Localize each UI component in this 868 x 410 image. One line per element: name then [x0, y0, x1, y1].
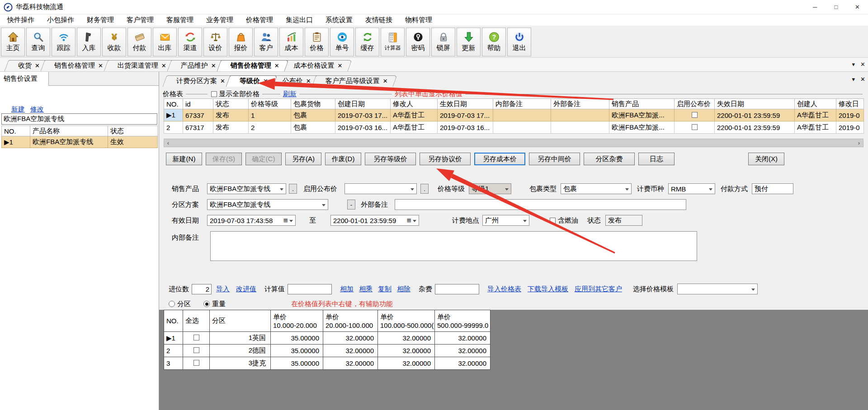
multiply-link[interactable]: 相乘: [359, 285, 373, 294]
menubar-item-2[interactable]: 小包操作: [45, 15, 76, 25]
column-header[interactable]: 单价20.000-100.000: [323, 310, 378, 332]
import-link[interactable]: 导入: [216, 285, 230, 294]
subtab-close-icon[interactable]: ✕: [860, 76, 865, 83]
column-header[interactable]: 全选: [183, 310, 210, 332]
publish-price-more-button[interactable]: .: [420, 184, 429, 194]
tab-close-icon[interactable]: ✕: [306, 78, 311, 84]
toolbar-outbound-button[interactable]: 出库: [153, 28, 177, 56]
column-header[interactable]: id: [183, 99, 213, 109]
weight-radio[interactable]: [203, 301, 210, 307]
column-header[interactable]: 销售产品: [609, 99, 675, 109]
action-button-3[interactable]: 确定(C): [245, 153, 282, 165]
price-cell[interactable]: 32.00000: [435, 345, 491, 357]
column-header[interactable]: 生效日期: [438, 99, 493, 109]
action-button-5[interactable]: 作废(D): [325, 153, 361, 165]
main-tab-6[interactable]: 成本价格设置✕: [282, 60, 350, 71]
adjust-value-link[interactable]: 改进值: [236, 285, 256, 294]
column-header[interactable]: 创建日期: [335, 99, 391, 109]
payment-method-field[interactable]: 预付: [752, 183, 793, 194]
publish-price-checkbox[interactable]: [692, 124, 698, 130]
action-button-2[interactable]: 保存(S): [206, 153, 242, 165]
misc-fee-input[interactable]: [435, 284, 479, 294]
table-row[interactable]: 33捷克35.0000032.0000032.0000032.00000: [164, 357, 491, 370]
price-cell[interactable]: 32.00000: [323, 345, 378, 357]
menubar-item-3[interactable]: 财务管理: [85, 15, 116, 25]
subtab-dropdown-icon[interactable]: ▾: [852, 76, 855, 83]
price-tab-3[interactable]: 公布价✕: [271, 75, 318, 87]
toolbar-track-button[interactable]: 跟踪: [52, 28, 75, 56]
menubar-item-8[interactable]: 集运出口: [284, 15, 315, 25]
column-header[interactable]: 内部备注: [493, 99, 551, 109]
menubar-item-5[interactable]: 客服管理: [165, 15, 195, 25]
publish-price-select[interactable]: [344, 183, 417, 194]
price-cell[interactable]: 35.00000: [271, 332, 323, 345]
column-header[interactable]: 失效日期: [715, 99, 795, 109]
action-button-11[interactable]: 日志: [638, 153, 675, 165]
action-button-7[interactable]: 另存协议价: [420, 153, 471, 165]
column-header[interactable]: 启用公布价: [675, 99, 715, 109]
toolbar-receive-payment-button[interactable]: ¥收款: [102, 28, 126, 56]
toolbar-customer-button[interactable]: 客户: [254, 28, 278, 56]
price-tab-2[interactable]: 等级价✕: [228, 75, 275, 87]
zone-plan-select[interactable]: 欧洲FBA空加派专线: [207, 199, 328, 210]
action-button-9[interactable]: 另存中间价: [529, 153, 580, 165]
tab-close-icon[interactable]: ✕: [98, 62, 103, 69]
toolbar-help-button[interactable]: ?帮助: [482, 28, 506, 56]
menubar-item-7[interactable]: 价格管理: [244, 15, 275, 25]
maximize-button[interactable]: □: [826, 0, 847, 14]
tab-close-icon[interactable]: ✕: [211, 62, 216, 69]
tab-close-icon[interactable]: ✕: [274, 62, 279, 69]
column-header[interactable]: 单价10.000-20.000: [271, 310, 323, 332]
toolbar-password-button[interactable]: 密码: [406, 28, 430, 56]
price-cell[interactable]: 32.00000: [323, 332, 378, 345]
refresh-link[interactable]: 刷新: [283, 90, 297, 98]
scroll-right-icon[interactable]: ›: [855, 140, 863, 146]
publish-price-checkbox[interactable]: [692, 112, 698, 118]
calc-value-input[interactable]: [288, 284, 332, 294]
row-select-checkbox[interactable]: [193, 335, 199, 340]
price-cell[interactable]: 32.00000: [378, 345, 435, 357]
zone-radio[interactable]: [169, 301, 175, 307]
column-header[interactable]: NO.: [2, 126, 30, 136]
table-row[interactable]: ▶11英国35.0000032.0000032.0000032.00000: [164, 332, 491, 345]
edit-link[interactable]: 修改: [30, 105, 44, 114]
price-tab-1[interactable]: 计费分区方案✕: [165, 75, 232, 87]
price-grade-select[interactable]: 等级1: [469, 183, 511, 194]
price-cell[interactable]: 32.00000: [435, 332, 491, 345]
column-header[interactable]: 产品名称: [30, 126, 108, 136]
table-row[interactable]: ▶1 欧洲FBA空加派专线 生效: [2, 136, 158, 148]
action-button-8[interactable]: 另存成本价: [474, 153, 525, 165]
sales-product-more-button[interactable]: .: [289, 184, 297, 194]
toolbar-lock-screen-button[interactable]: 锁屏: [431, 28, 455, 56]
column-header[interactable]: NO.: [164, 99, 183, 109]
menubar-item-11[interactable]: 物料管理: [403, 15, 434, 25]
row-select-checkbox[interactable]: [193, 360, 199, 366]
valid-to-datepicker[interactable]: 2200-01-01 23:59:59▦: [330, 215, 419, 226]
import-price-table-link[interactable]: 导入价格表: [487, 285, 521, 294]
horizontal-scrollbar[interactable]: ‹ ›: [164, 139, 863, 147]
panel-close-button[interactable]: 关闭(X): [748, 153, 784, 165]
toolbar-search-button[interactable]: 查询: [26, 28, 50, 56]
tab-close-icon[interactable]: ✕: [220, 78, 225, 84]
toolbar-quote-button[interactable]: 报价: [229, 28, 253, 56]
column-header[interactable]: 外部备注: [551, 99, 609, 109]
tabbar-close-icon[interactable]: ✕: [860, 61, 865, 68]
price-cell[interactable]: 32.00000: [323, 357, 378, 370]
column-header[interactable]: 状态: [213, 99, 249, 109]
tab-close-icon[interactable]: ✕: [35, 62, 40, 69]
toolbar-inbound-button[interactable]: 入库: [77, 28, 101, 56]
toolbar-cache-button[interactable]: 缓存: [355, 28, 379, 56]
tab-close-icon[interactable]: ✕: [161, 62, 166, 69]
toolbar-home-button[interactable]: 主页: [1, 28, 25, 56]
column-header[interactable]: 修改人: [391, 99, 438, 109]
sales-product-select[interactable]: 欧洲FBA空加派专线: [207, 183, 286, 194]
tabbar-dropdown-icon[interactable]: ▾: [852, 61, 855, 68]
column-header[interactable]: 单价500.000-99999.0: [435, 310, 491, 332]
scroll-left-icon[interactable]: ‹: [164, 140, 172, 146]
column-header[interactable]: 包裹货物: [291, 99, 335, 109]
column-header[interactable]: NO.: [164, 310, 183, 332]
column-header[interactable]: 分区: [210, 310, 271, 332]
price-cell[interactable]: 35.00000: [271, 357, 323, 370]
external-note-input[interactable]: [395, 199, 686, 210]
apply-to-other-customers-link[interactable]: 应用到其它客户: [575, 285, 622, 294]
